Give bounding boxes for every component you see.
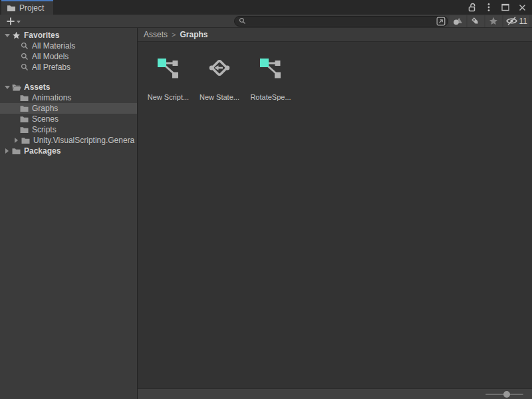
asset-pane: Assets > Graphs New Script... New State.… [138, 28, 532, 399]
folder-tree: Favorites All Materials All Models All P… [0, 28, 138, 399]
maximize-icon[interactable] [500, 2, 511, 13]
favorites-filter-button[interactable] [485, 15, 502, 27]
folder-icon [19, 116, 29, 123]
star-icon [489, 17, 498, 26]
foldout-closed-icon[interactable] [3, 148, 11, 154]
asset-item-new-state[interactable]: New State... [194, 49, 245, 101]
search-field[interactable] [234, 16, 448, 27]
search-icon [239, 17, 246, 25]
breadcrumb-separator: > [172, 31, 176, 39]
search-by-type-button[interactable] [450, 15, 466, 27]
foldout-open-icon[interactable] [3, 34, 11, 37]
icon-size-slider[interactable] [485, 391, 523, 398]
search-by-label-button[interactable] [467, 15, 484, 27]
sidebar-item-graphs[interactable]: Graphs [0, 103, 137, 114]
sidebar-item-scenes[interactable]: Scenes [0, 114, 137, 124]
status-bar [138, 388, 532, 399]
title-bar: Project [0, 0, 532, 15]
folder-open-icon [11, 84, 21, 91]
titlebar-spacer [53, 0, 467, 15]
hidden-items-count: 11 [519, 17, 527, 26]
sidebar-item-assets[interactable]: Assets [0, 82, 137, 92]
project-window: Project [0, 0, 532, 399]
foldout-closed-icon[interactable] [12, 138, 21, 143]
eye-slash-icon [505, 17, 518, 25]
project-toolbar: 11 [0, 15, 532, 28]
tab-title: Project [19, 3, 44, 13]
hidden-items-button[interactable]: 11 [503, 15, 529, 27]
search-icon [19, 53, 29, 61]
search-icon [19, 63, 29, 71]
breadcrumb-graphs[interactable]: Graphs [180, 30, 207, 39]
folder-icon [7, 5, 16, 12]
folder-icon [11, 148, 21, 155]
script-graph-icon [258, 55, 283, 80]
search-icon [19, 42, 29, 50]
kebab-menu-icon[interactable] [483, 2, 494, 13]
sidebar-item-all-models[interactable]: All Models [0, 51, 137, 62]
create-asset-button[interactable] [4, 15, 23, 27]
sidebar-item-scripts[interactable]: Scripts [0, 124, 137, 135]
main-area: Favorites All Materials All Models All P… [0, 28, 532, 399]
foldout-open-icon[interactable] [3, 86, 11, 89]
sidebar-item-favorites[interactable]: Favorites [0, 30, 137, 41]
search-input[interactable] [249, 17, 435, 26]
asset-grid[interactable]: New Script... New State... RotateSpe... [138, 42, 532, 388]
sidebar-item-packages[interactable]: Packages [0, 146, 137, 156]
close-icon[interactable] [517, 2, 527, 13]
breadcrumb-assets[interactable]: Assets [144, 30, 168, 39]
tab-project[interactable]: Project [1, 0, 53, 15]
tag-icon [471, 17, 480, 26]
shapes-icon [453, 17, 463, 25]
unlock-icon[interactable] [467, 2, 477, 13]
breadcrumb: Assets > Graphs [138, 28, 532, 42]
chevron-down-icon [17, 21, 21, 23]
folder-icon [19, 94, 29, 102]
asset-label: New State... [200, 93, 239, 101]
script-graph-icon [156, 55, 181, 80]
asset-label: RotateSpe... [250, 93, 291, 101]
sidebar-item-animations[interactable]: Animations [0, 92, 137, 103]
asset-item-new-script[interactable]: New Script... [143, 49, 194, 101]
sidebar-item-all-materials[interactable]: All Materials [0, 41, 137, 51]
window-controls [467, 0, 532, 15]
asset-item-rotatespeed[interactable]: RotateSpe... [245, 49, 296, 101]
star-icon [11, 31, 21, 40]
state-graph-icon [207, 55, 232, 80]
asset-label: New Script... [148, 93, 189, 101]
folder-icon [21, 137, 31, 144]
sidebar-item-all-prefabs[interactable]: All Prefabs [0, 62, 137, 72]
folder-icon [19, 105, 29, 112]
sidebar-item-unity-visualscripting[interactable]: Unity.VisualScripting.Genera [0, 135, 137, 146]
folder-icon [19, 126, 29, 134]
plus-icon [6, 17, 15, 26]
open-search-window-icon[interactable] [436, 17, 446, 26]
slider-knob[interactable] [503, 391, 510, 398]
